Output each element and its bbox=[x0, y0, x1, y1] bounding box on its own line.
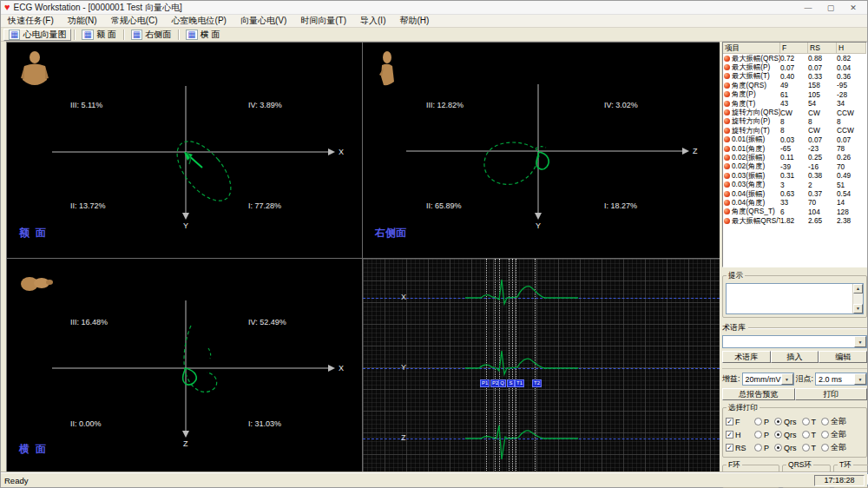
edit-button[interactable]: 编辑 bbox=[819, 351, 867, 363]
checkbox[interactable]: ✓ bbox=[726, 444, 733, 452]
tab-label: 横 面 bbox=[201, 29, 220, 41]
marker-t1[interactable]: T1 bbox=[515, 379, 524, 387]
table-row[interactable]: 0.02(振幅) 0.11 0.25 0.26 bbox=[723, 153, 866, 162]
row-rs-value: 0.25 bbox=[808, 153, 837, 162]
dot-interval-combobox[interactable]: 2.0 ms ▼ bbox=[815, 373, 867, 386]
tab-horizontal-plane[interactable]: ▦ 横 面 bbox=[181, 29, 224, 41]
table-row[interactable]: 角度(T) 43 54 34 bbox=[723, 99, 866, 108]
radio-option[interactable]: Qrs bbox=[774, 444, 797, 452]
menu-import[interactable]: 导入(I) bbox=[353, 15, 392, 27]
row-item-label: 最大振幅(T) bbox=[732, 71, 770, 81]
dropdown-arrow-icon[interactable]: ▼ bbox=[781, 373, 793, 385]
table-row[interactable]: 0.01(角度) -65 -23 78 bbox=[723, 144, 866, 153]
row-rs-value: 8 bbox=[808, 117, 837, 126]
radio-option[interactable]: Qrs bbox=[774, 418, 797, 426]
row-f-value: 0.40 bbox=[780, 72, 808, 81]
scroll-up-icon[interactable]: ▲ bbox=[853, 284, 863, 293]
right-side-vcg-loop bbox=[363, 43, 720, 258]
radio-option[interactable]: P bbox=[754, 444, 769, 452]
row-f-value: 0.07 bbox=[780, 63, 808, 72]
tab-right-side-plane[interactable]: ▦ 右侧面 bbox=[127, 29, 175, 41]
menu-help[interactable]: 帮助(H) bbox=[392, 15, 436, 27]
table-row[interactable]: 0.01(振幅) 0.03 0.07 0.07 bbox=[723, 135, 866, 144]
hint-textarea[interactable]: ▲ ▼ bbox=[726, 283, 864, 314]
row-h-value: 0.49 bbox=[837, 171, 866, 180]
row-item-label: 角度(T) bbox=[732, 99, 755, 109]
maximize-icon[interactable]: ▢ bbox=[825, 3, 836, 12]
print-select-row: ✓ RS P Qrs T 全部 bbox=[726, 441, 864, 454]
marker-t2[interactable]: T2 bbox=[532, 379, 542, 387]
checkbox[interactable]: ✓ bbox=[726, 431, 733, 439]
row-item-label: 0.04(振幅) bbox=[732, 189, 765, 199]
row-rs-value: 0.07 bbox=[808, 135, 837, 144]
row-rs-value: 54 bbox=[808, 99, 837, 108]
full-report-preview-button[interactable]: 总报告预览 bbox=[722, 388, 795, 400]
menu-late-potential[interactable]: 心室晚电位(P) bbox=[165, 15, 233, 27]
table-row[interactable]: 0.04(角度) 33 70 14 bbox=[723, 198, 866, 207]
marker-s[interactable]: S bbox=[507, 379, 515, 387]
tab-frontal-plane[interactable]: ▦ 额 面 bbox=[77, 29, 120, 41]
row-rs-value: 0.38 bbox=[808, 171, 837, 180]
report-print-button[interactable]: 打印 bbox=[795, 388, 868, 400]
radio-option[interactable]: 全部 bbox=[821, 429, 846, 440]
row-rs-value: 70 bbox=[808, 198, 837, 207]
row-h-value: 8 bbox=[837, 117, 866, 126]
table-row[interactable]: 最大振幅QRS/T 1.82 2.65 2.38 bbox=[723, 216, 866, 225]
table-row[interactable]: 最大振幅(P) 0.07 0.07 0.04 bbox=[723, 63, 866, 71]
table-row[interactable]: 角度(QRS_T) 6 104 128 bbox=[723, 208, 866, 216]
table-row[interactable]: 旋转方向(P) 8 8 8 bbox=[723, 117, 866, 126]
print-select-row: ✓ F P Qrs T 全部 bbox=[726, 415, 864, 428]
term-library-button[interactable]: 术语库 bbox=[722, 351, 771, 363]
radio-option[interactable]: Qrs bbox=[774, 431, 797, 439]
menu-quick-task[interactable]: 快速任务(F) bbox=[1, 15, 61, 27]
menu-function[interactable]: 功能(N) bbox=[61, 15, 104, 27]
minimize-icon[interactable]: — bbox=[803, 3, 813, 12]
bullet-icon bbox=[724, 155, 730, 161]
status-text: Ready bbox=[1, 476, 814, 485]
row-f-value: CW bbox=[780, 109, 808, 117]
row-f-value: 33 bbox=[780, 198, 808, 207]
table-row[interactable]: 旋转方向(QRS) CW CW CCW bbox=[723, 108, 866, 116]
tab-vcg-overview[interactable]: ▦ 心电向量图 bbox=[3, 29, 71, 41]
quadrant-iii-pct: III: 16.48% bbox=[70, 318, 108, 326]
menu-regular-ecg[interactable]: 常规心电(C) bbox=[104, 15, 165, 27]
radio-option[interactable]: T bbox=[802, 444, 817, 452]
table-row[interactable]: 最大振幅(T) 0.40 0.33 0.36 bbox=[723, 72, 866, 81]
radio-option[interactable]: T bbox=[802, 431, 817, 439]
menu-vector-ecg[interactable]: 向量心电(V) bbox=[233, 15, 293, 27]
radio-option[interactable]: T bbox=[802, 418, 817, 426]
marker-p1[interactable]: P1 bbox=[480, 379, 490, 387]
bullet-icon bbox=[724, 128, 730, 134]
radio-option[interactable]: 全部 bbox=[821, 442, 846, 453]
plane-name-label: 右侧面 bbox=[375, 226, 406, 241]
insert-button[interactable]: 插入 bbox=[771, 351, 819, 363]
h-axis-label: Z bbox=[693, 147, 698, 155]
dropdown-arrow-icon[interactable]: ▼ bbox=[854, 336, 866, 347]
row-f-value: 0.63 bbox=[780, 189, 808, 198]
checkbox[interactable]: ✓ bbox=[726, 418, 733, 425]
scroll-down-icon[interactable]: ▼ bbox=[853, 304, 863, 313]
row-rs-value: 0.07 bbox=[808, 63, 837, 72]
gain-combobox[interactable]: 20mm/mV ▼ bbox=[742, 373, 794, 386]
table-row[interactable]: 0.04(振幅) 0.63 0.37 0.54 bbox=[723, 189, 866, 198]
radio-option[interactable]: 全部 bbox=[821, 416, 846, 427]
vcg-tab-icon: ▦ bbox=[9, 30, 20, 40]
vcg-panel-horizontal: III: 16.48% IV: 52.49% II: 0.00% I: 31.0… bbox=[7, 259, 362, 474]
radio-option[interactable]: P bbox=[754, 431, 769, 439]
bullet-icon bbox=[724, 173, 730, 179]
row-h-value: 70 bbox=[837, 162, 866, 171]
radio-option[interactable]: P bbox=[754, 418, 769, 426]
dropdown-arrow-icon[interactable]: ▼ bbox=[854, 373, 866, 385]
table-row[interactable]: 最大振幅(QRS) 0.72 0.88 0.82 bbox=[723, 54, 866, 63]
menu-time-vector[interactable]: 时间向量(T) bbox=[293, 15, 353, 27]
term-library-combobox[interactable]: ▼ bbox=[722, 335, 867, 348]
close-icon[interactable]: ✕ bbox=[848, 3, 858, 12]
table-row[interactable]: 角度(QRS) 49 158 -95 bbox=[723, 81, 866, 89]
table-row[interactable]: 角度(P) 61 105 -28 bbox=[723, 90, 866, 99]
hint-scrollbar[interactable]: ▲ ▼ bbox=[852, 284, 863, 313]
table-row[interactable]: 0.03(振幅) 0.31 0.38 0.49 bbox=[723, 171, 866, 180]
marker-q[interactable]: Q bbox=[498, 379, 506, 387]
table-row[interactable]: 0.02(角度) -39 -16 70 bbox=[723, 162, 866, 171]
table-row[interactable]: 旋转方向(T) 8 CW CCW bbox=[723, 126, 866, 135]
table-row[interactable]: 0.03(角度) 3 2 51 bbox=[723, 180, 866, 188]
